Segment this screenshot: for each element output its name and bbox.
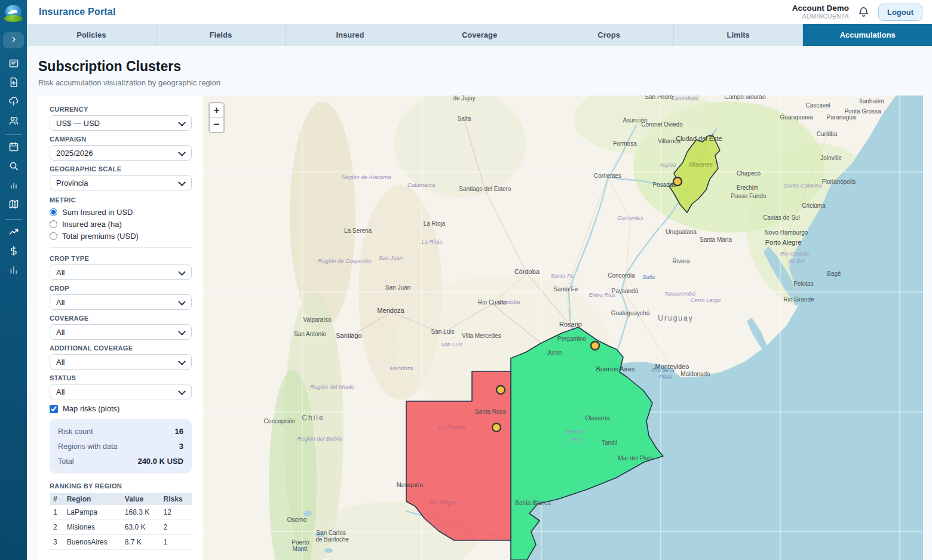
basemap: de JujuySaltaSan PedroCanindeyúCampo Mou…	[203, 96, 923, 560]
zoom-out-button[interactable]: −	[210, 118, 223, 132]
crop-type-select[interactable]: All	[50, 264, 192, 280]
campaign-select[interactable]: 2025/2026	[50, 145, 192, 161]
tab[interactable]: Crops	[544, 24, 674, 46]
map-label: Chapecó	[737, 170, 761, 177]
additional-coverage-select[interactable]: All	[50, 354, 192, 370]
dollar-icon	[8, 245, 20, 259]
tab[interactable]: Policies	[27, 24, 157, 46]
sidebar-item-weather[interactable]	[0, 96, 27, 110]
map-label: Paranaguá	[827, 114, 856, 121]
sidebar-expand-button[interactable]	[3, 32, 24, 48]
metric-radio[interactable]	[50, 220, 57, 228]
map-label: Cerro Largo	[691, 297, 721, 303]
sidebar-item-finance[interactable]	[0, 245, 27, 259]
map-label: Uruguaiana	[666, 229, 697, 235]
map-label: San Luis	[441, 341, 463, 347]
map-container[interactable]: de JujuySaltaSan PedroCanindeyúCampo Mou…	[203, 96, 923, 560]
tab[interactable]: Coverage	[415, 24, 545, 46]
page-subtitle: Risk accumulation visualization by geogr…	[38, 78, 932, 87]
sidebar-item-users[interactable]	[0, 115, 27, 129]
map-label: Ciudad del Este	[676, 135, 722, 142]
sidebar-item-map[interactable]	[0, 198, 27, 213]
map-label: La Pampa	[439, 424, 466, 430]
map-label: Corrientes	[617, 214, 643, 221]
map-label: Florianópolis	[822, 179, 856, 185]
sidebar-item-stats[interactable]	[0, 179, 27, 193]
map-label: Campo Mourão	[725, 96, 766, 100]
map-label: Buenos	[565, 428, 584, 435]
coverage-select[interactable]: All	[50, 324, 192, 340]
table-row[interactable]: 3 BuenosAires 8.7 K 1	[50, 535, 192, 550]
tab[interactable]: Accumulations	[803, 24, 932, 46]
value-cell: 168.3 K	[121, 505, 160, 520]
map-label: Salta	[458, 115, 471, 122]
table-row[interactable]: 2 Misiones 63.0 K 2	[50, 520, 192, 535]
metric-radio-option[interactable]: Insured area (ha)	[50, 218, 192, 230]
sidebar-item-analytics[interactable]	[0, 264, 27, 278]
sidebar-item-calendar[interactable]	[0, 141, 27, 155]
risk-marker[interactable]	[492, 423, 501, 432]
map-label: San Carlos	[316, 530, 345, 536]
app-title: Insurance Portal	[27, 7, 116, 17]
crop-type-label: CROP TYPE	[50, 255, 192, 262]
status-select[interactable]: All	[50, 384, 192, 399]
metric-radio[interactable]	[50, 208, 57, 216]
currency-select[interactable]: US$ — USD	[50, 115, 192, 131]
summary-row-value: 240.0 K USD	[137, 457, 183, 466]
map-label: San Juan	[385, 284, 410, 291]
value-cell: 8.7 K	[121, 535, 160, 550]
map-label: Santa Catarina	[784, 182, 821, 189]
app-logo	[4, 5, 23, 22]
map-label: Santa Fe	[554, 286, 578, 293]
geographic-scale-label: GEOGRAPHIC SCALE	[50, 165, 192, 173]
sidebar-item-search[interactable]	[0, 160, 27, 174]
tab[interactable]: Limits	[674, 24, 804, 46]
map-label: Buenos Aires	[596, 365, 635, 373]
map-label: Maldonado	[680, 371, 710, 377]
map-label: Santiago del Estero	[459, 186, 511, 192]
ranking-column-header: Risks	[160, 493, 192, 505]
map-label: Mendoza	[390, 365, 413, 371]
metric-radio-option[interactable]: Sum Insured in USD	[50, 206, 192, 218]
ranking-body: 1 LaPampa 168.3 K 12 2 Misiones 63.0 K 2	[50, 505, 192, 550]
logout-button[interactable]: Logout	[878, 4, 922, 21]
storm-cloud-icon	[8, 96, 20, 110]
crop-select[interactable]: All	[50, 294, 192, 310]
map-label: Misiones	[689, 161, 712, 168]
metric-radio-group: Sum Insured in USD Insured area (ha) Tot…	[50, 206, 192, 242]
geographic-scale-select[interactable]: Provincia	[50, 175, 192, 190]
risk-marker[interactable]	[673, 177, 682, 186]
terrain-patch	[290, 101, 355, 328]
map-label: Novo Hamburgo	[765, 229, 808, 236]
map-label: San Pedro	[645, 96, 673, 100]
main-content: Subscription Clusters Risk accumulation …	[27, 46, 932, 560]
map-risks-row[interactable]: Map risks (plots)	[50, 404, 192, 413]
sidebar-item-trends[interactable]	[0, 226, 27, 240]
metric-radio[interactable]	[50, 232, 57, 240]
tab[interactable]: Fields	[157, 24, 286, 46]
sidebar-item-new-policy[interactable]	[0, 76, 27, 91]
page-title: Subscription Clusters	[38, 59, 932, 75]
tab[interactable]: Insured	[286, 24, 415, 46]
map-label: Itapúa	[660, 161, 676, 168]
map-label: Tacuarembó	[664, 290, 696, 297]
map-label: Paysandú	[612, 288, 638, 294]
map-label: Mar del Plata	[618, 455, 654, 461]
sidebar-item-policies[interactable]	[0, 57, 27, 72]
map-label: Junín	[547, 349, 562, 356]
map-risks-checkbox[interactable]	[50, 405, 58, 413]
bell-icon[interactable]	[857, 6, 870, 19]
tab-label: Policies	[76, 30, 106, 39]
region-cell: BuenosAires	[63, 535, 121, 550]
summary-row-label: Risk count	[58, 427, 93, 436]
filter-panel: CURRENCY US$ — USD CAMPAIGN 2025/2026 GE…	[38, 96, 203, 560]
map-label: Plata	[659, 373, 672, 380]
risk-marker[interactable]	[496, 386, 505, 394]
risk-marker[interactable]	[591, 341, 599, 350]
zoom-in-button[interactable]: +	[210, 103, 223, 118]
map-label: Región de Atacama	[341, 174, 391, 180]
map-label: Bagé	[827, 270, 841, 277]
table-row[interactable]: 1 LaPampa 168.3 K 12	[50, 505, 192, 520]
metric-radio-option[interactable]: Total premiums (USD)	[50, 230, 192, 242]
map-label: Región del Maule	[310, 383, 354, 390]
